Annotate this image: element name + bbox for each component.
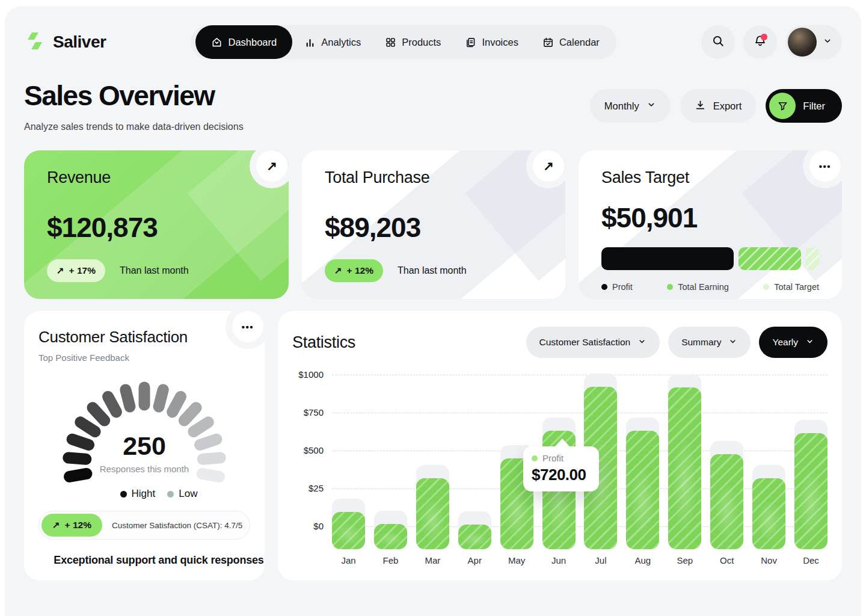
- nav-item-analytics[interactable]: Analytics: [292, 25, 373, 59]
- arrow-up-right-icon: ↗: [266, 159, 277, 173]
- kpi-cards: Revenue $120,873 ↗ + 17% Than last month…: [24, 150, 842, 299]
- bar-column-jan[interactable]: [332, 375, 365, 549]
- bar-column-sep[interactable]: [668, 375, 701, 549]
- gauge-tick: [139, 382, 150, 411]
- chevron-down-icon: [728, 337, 737, 348]
- nav-item-calendar[interactable]: Calendar: [530, 25, 612, 59]
- customer-satisfaction-card: Customer Satisfaction Top Positive Feedb…: [24, 311, 265, 581]
- satisfaction-legend: HightLow: [38, 488, 265, 500]
- x-tick-label: Mar: [416, 555, 449, 565]
- calendar-icon: [542, 37, 554, 48]
- bar-column-oct[interactable]: [710, 375, 743, 549]
- legend-item: Total Target: [763, 282, 819, 292]
- csat-summary: ↗ + 12% Customer Satisfaction (CSAT): 4.…: [38, 511, 250, 540]
- bar-sep[interactable]: [668, 387, 701, 549]
- range-select[interactable]: Yearly: [759, 327, 828, 358]
- chevron-down-icon: [805, 337, 814, 348]
- page-header: Sales Overview Analyze sales trends to m…: [24, 79, 842, 132]
- sales-target-value: $50,901: [601, 202, 819, 234]
- y-tick-label: $1000: [298, 369, 324, 380]
- legend-dot: [667, 284, 673, 290]
- bar-mar[interactable]: [416, 478, 449, 549]
- x-tick-label: May: [500, 555, 533, 565]
- search-button[interactable]: [701, 25, 735, 59]
- view-select[interactable]: Summary: [668, 327, 751, 358]
- bar-jan[interactable]: [332, 512, 365, 549]
- legend-item: Total Earning: [667, 282, 729, 292]
- nav-item-products[interactable]: Products: [373, 25, 453, 59]
- search-icon: [711, 34, 725, 50]
- x-tick-label: Jun: [542, 555, 576, 565]
- x-tick-label: Feb: [374, 555, 407, 565]
- legend-dot: [763, 284, 769, 290]
- invoices-icon: [465, 37, 476, 48]
- chevron-down-icon: [637, 337, 646, 348]
- csat-delta-badge: ↗ + 12%: [41, 514, 102, 537]
- gauge-value: 250: [24, 431, 265, 461]
- sales-dashboard: Saliver Dashboard Analytics: [0, 0, 866, 616]
- bar-column-aug[interactable]: [626, 375, 659, 549]
- metric-select[interactable]: Customer Satisfaction: [526, 327, 660, 358]
- revenue-compare-label: Than last month: [120, 265, 189, 276]
- metric-select-value: Customer Satisfaction: [539, 337, 631, 348]
- tooltip-value: $720.00: [532, 466, 591, 484]
- legend-label: Total Earning: [678, 282, 729, 292]
- home-icon: [211, 37, 223, 48]
- tooltip-series-dot: [532, 455, 538, 461]
- trend-up-icon: ↗: [57, 265, 64, 276]
- brand-logo[interactable]: Saliver: [24, 30, 106, 54]
- trend-up-icon: ↗: [52, 520, 60, 531]
- gauge-tick: [63, 452, 92, 466]
- lower-cards: Customer Satisfaction Top Positive Feedb…: [24, 311, 842, 581]
- bar-nov[interactable]: [752, 478, 785, 549]
- trend-up-icon: ↗: [334, 265, 342, 276]
- chevron-down-icon: [823, 36, 832, 48]
- month-axis: JanFebMarAprMayJunJulAugSepOctNovDec: [332, 555, 828, 565]
- avatar: [788, 28, 817, 57]
- sales-target-title: Sales Target: [601, 168, 819, 187]
- statistics-title: Statistics: [292, 333, 355, 352]
- statistics-card: Statistics Customer Satisfaction Summary: [278, 311, 842, 581]
- x-tick-label: Oct: [710, 555, 743, 565]
- x-tick-label: Nov: [752, 555, 785, 565]
- download-icon: [695, 99, 706, 113]
- target-segment-total-earning: [739, 247, 801, 270]
- bar-feb[interactable]: [374, 524, 407, 549]
- notifications-button[interactable]: [743, 25, 777, 59]
- export-button[interactable]: Export: [680, 89, 757, 123]
- satisfaction-gauge: 250 Responses this month: [24, 311, 265, 581]
- y-axis: $1000$750$500$25$0: [292, 375, 324, 549]
- revenue-delta-badge: ↗ + 17%: [47, 259, 105, 282]
- page-subtitle: Analyze sales trends to make data-driven…: [24, 122, 842, 132]
- bar-column-feb[interactable]: [374, 375, 407, 549]
- nav-item-dashboard[interactable]: Dashboard: [195, 25, 292, 59]
- legend-label: Total Target: [774, 282, 819, 292]
- satisfaction-note: Exceptional support and quick responses: [38, 554, 265, 567]
- legend-label: Hight: [132, 488, 156, 500]
- y-tick-label: $25: [309, 483, 324, 493]
- bar-dec[interactable]: [794, 433, 828, 549]
- period-select[interactable]: Monthly: [590, 89, 671, 123]
- bar-column-apr[interactable]: [458, 375, 491, 549]
- filter-button[interactable]: Filter: [766, 89, 842, 123]
- gauge-tick: [197, 452, 226, 466]
- tooltip-label: Profit: [542, 453, 564, 463]
- total-purchase-compare-label: Than last month: [398, 265, 467, 276]
- nav-item-invoices[interactable]: Invoices: [453, 25, 530, 59]
- user-menu[interactable]: [785, 25, 842, 59]
- bar-oct[interactable]: [710, 454, 743, 549]
- bar-column-dec[interactable]: [794, 375, 828, 549]
- total-purchase-value: $89,203: [325, 211, 542, 244]
- bar-column-nov[interactable]: [752, 375, 785, 549]
- nav-label: Calendar: [559, 37, 600, 48]
- ellipsis-icon: •••: [242, 322, 254, 332]
- nav-label: Dashboard: [228, 37, 277, 48]
- bar-apr[interactable]: [458, 525, 491, 549]
- bar-aug[interactable]: [626, 431, 659, 549]
- csat-text: Customer Satisfaction (CSAT): 4.7/5: [112, 521, 242, 530]
- revenue-card: Revenue $120,873 ↗ + 17% Than last month…: [24, 150, 289, 299]
- products-icon: [385, 37, 396, 48]
- ellipsis-icon: •••: [819, 161, 831, 171]
- topbar-actions: [701, 25, 842, 59]
- bar-column-mar[interactable]: [416, 375, 449, 549]
